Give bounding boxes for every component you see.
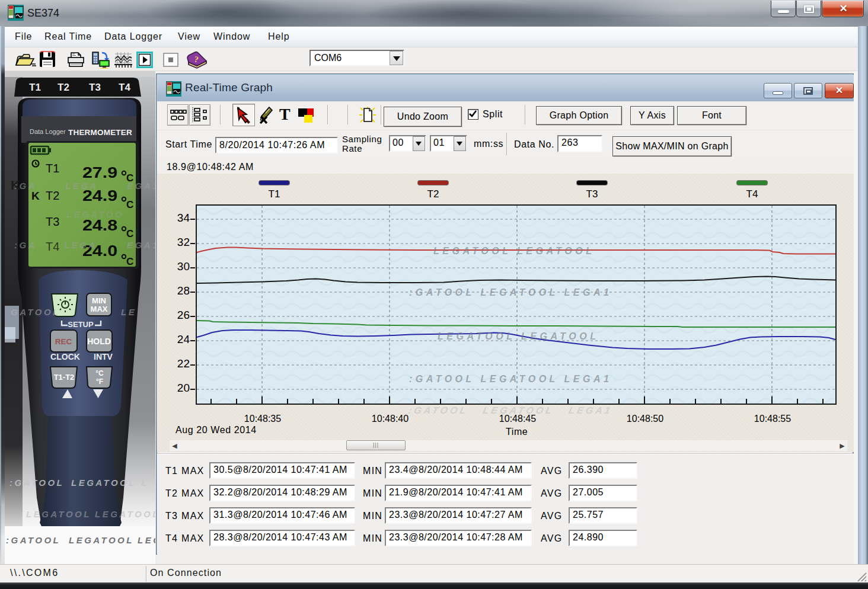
svg-text:27.9: 27.9 bbox=[82, 164, 117, 181]
svg-text:T2: T2 bbox=[46, 189, 59, 202]
svg-text:LEGATOO: LEGATOO bbox=[66, 209, 124, 219]
svg-text:LEG: LEG bbox=[138, 535, 155, 545]
svg-text:LEGATOOL LEGATOOL: LEGATOOL LEGATOOL bbox=[438, 331, 599, 341]
svg-text:T2: T2 bbox=[58, 82, 69, 93]
svg-text:C: C bbox=[126, 199, 133, 210]
svg-text::GA: :GA bbox=[14, 181, 37, 191]
svg-text:LEGA: LEGA bbox=[65, 181, 98, 191]
svg-text:C: C bbox=[126, 256, 133, 267]
svg-text:SETUP: SETUP bbox=[68, 320, 94, 329]
svg-text:EGA1: EGA1 bbox=[127, 240, 155, 250]
svg-text:°F: °F bbox=[96, 377, 103, 386]
svg-text:T3: T3 bbox=[89, 82, 101, 93]
svg-text:T1: T1 bbox=[46, 162, 59, 175]
svg-text:T4: T4 bbox=[119, 82, 130, 93]
svg-text:LE: LE bbox=[121, 307, 136, 317]
svg-text:HOLD: HOLD bbox=[87, 337, 111, 346]
svg-text:LEGATOOL: LEGATOOL bbox=[71, 478, 136, 488]
svg-text:T4: T4 bbox=[46, 240, 59, 253]
svg-text:THERMOMETER: THERMOMETER bbox=[68, 128, 132, 137]
svg-text:EGA1: EGA1 bbox=[127, 181, 155, 191]
svg-text:T1: T1 bbox=[29, 82, 41, 93]
svg-text::GATOOL LEGATOOL LEGA1: :GATOOL LEGATOOL LEGA1 bbox=[409, 374, 612, 384]
svg-text:LEGATOOL LEGATOOL: LEGATOOL LEGATOOL bbox=[433, 246, 595, 256]
svg-text:Data Logger: Data Logger bbox=[30, 128, 66, 135]
svg-text:REC: REC bbox=[55, 337, 72, 346]
svg-text::GA: :GA bbox=[14, 240, 37, 250]
svg-text:GATOOL: GATOOL bbox=[11, 307, 60, 317]
svg-text:K: K bbox=[31, 190, 40, 202]
svg-text:L: L bbox=[141, 478, 149, 488]
svg-text:24.8: 24.8 bbox=[82, 217, 117, 233]
svg-text:T3: T3 bbox=[46, 215, 59, 228]
svg-text:MAX: MAX bbox=[91, 305, 108, 313]
svg-text:LEGATOOL: LEGATOOL bbox=[26, 509, 91, 519]
svg-text:LEGATOOL: LEGATOOL bbox=[69, 535, 134, 545]
svg-text:CLOCK: CLOCK bbox=[50, 352, 80, 361]
svg-text:C: C bbox=[126, 228, 133, 239]
svg-text:°C: °C bbox=[95, 369, 104, 377]
svg-text:T1-T2: T1-T2 bbox=[54, 373, 75, 382]
svg-text:INTV: INTV bbox=[94, 352, 113, 361]
svg-text:LEGATOOL: LEGATOOL bbox=[95, 509, 155, 519]
svg-text::GATOOL LEGATOOL LEGA1: :GATOOL LEGATOOL LEGA1 bbox=[409, 287, 612, 297]
svg-text:MIN: MIN bbox=[92, 296, 106, 305]
svg-text::GATOOL: :GATOOL bbox=[9, 478, 64, 488]
svg-text::GATOOL: :GATOOL bbox=[6, 535, 60, 545]
svg-text:LEGA: LEGA bbox=[64, 240, 97, 250]
